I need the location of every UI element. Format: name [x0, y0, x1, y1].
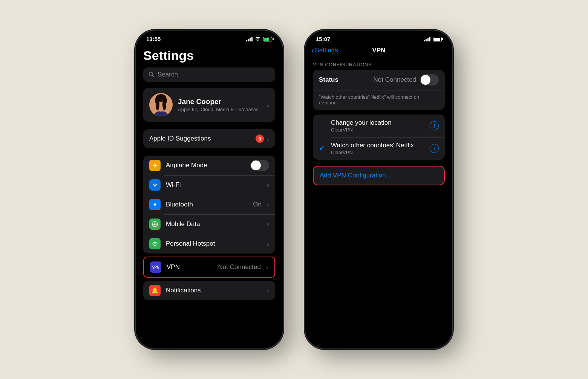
info-button-2[interactable]: i [430, 144, 439, 153]
checkmark-icon: ✓ [319, 144, 326, 153]
apple-id-suggestion-row[interactable]: Apple ID Suggestions 3 › [143, 129, 275, 148]
settings-screen: Settings Search [136, 44, 283, 348]
vpn-row[interactable]: VPN VPN Not Connected › [143, 257, 275, 278]
notifications-chevron-icon: › [267, 287, 269, 295]
profile-info: Jane Cooper Apple ID, iCloud, Media & Pu… [178, 98, 262, 112]
battery-fill-2 [433, 38, 440, 41]
bluetooth-icon: ♥ [149, 199, 161, 210]
signal-icon [246, 37, 253, 41]
battery-icon: ⚡ [263, 37, 272, 41]
dynamic-island-2 [356, 34, 401, 47]
mobile-data-row[interactable]: Mobile Data › [143, 214, 275, 234]
mobile-data-label: Mobile Data [166, 220, 262, 228]
time-display-1: 13:55 [146, 36, 161, 42]
hotspot-chevron-icon: › [267, 240, 269, 248]
vpn-status-card: Status Not Connected "Watch other countr… [313, 70, 445, 110]
wifi-icon [255, 36, 261, 42]
battery-bolt: ⚡ [266, 37, 270, 41]
back-label: Settings [315, 47, 338, 54]
info-icon-2: i [433, 146, 435, 151]
status-icons-1: ⚡ [246, 36, 272, 42]
wifi-chevron-icon: › [267, 181, 269, 189]
network-settings-group: ✈ Airplane Mode Wi-Fi › ♥ Bluetooth On › [143, 156, 275, 254]
back-chevron-icon: ‹ [311, 46, 314, 55]
vpn-page-title: VPN [372, 47, 386, 54]
phone-1: 13:55 ⚡ Settings [136, 31, 283, 348]
wifi-row[interactable]: Wi-Fi › [143, 175, 275, 195]
notifications-label: Notifications [166, 287, 262, 294]
toggle-knob [421, 75, 430, 85]
back-button[interactable]: ‹ Settings [311, 46, 338, 55]
vpn-screen: ‹ Settings VPN VPN CONFIGURATIONS Status… [305, 44, 452, 348]
vpn-status-toggle[interactable] [420, 74, 439, 86]
airplane-label: Airplane Mode [166, 162, 245, 169]
bluetooth-row[interactable]: ♥ Bluetooth On › [143, 195, 275, 214]
vpn-config-row-2[interactable]: ✓ Watch other countries' Netflix ClearVP… [313, 137, 445, 160]
svg-point-12 [154, 245, 156, 246]
airplane-mode-row[interactable]: ✈ Airplane Mode [143, 156, 275, 175]
avatar [149, 93, 173, 116]
suggestion-right: 3 › [256, 134, 269, 143]
vpn-config-provider-2: ClearVPN [331, 150, 425, 155]
vpn-value: Not Connected [218, 263, 261, 271]
profile-name: Jane Cooper [178, 98, 262, 106]
dynamic-island [187, 34, 232, 47]
mobile-data-icon [149, 219, 161, 230]
vpn-config-list: Change your location ClearVPN i ✓ Watch … [313, 115, 445, 160]
signal-icon-2 [424, 37, 430, 41]
bluetooth-chevron-icon: › [267, 201, 269, 209]
status-icons-2 [424, 37, 442, 41]
vpn-config-provider-1: ClearVPN [331, 127, 425, 133]
vpn-status-value: Not Connected [374, 76, 416, 84]
settings-title: Settings [136, 44, 283, 67]
vpn-status-row[interactable]: Status Not Connected [313, 70, 445, 90]
battery-icon-2 [433, 37, 442, 41]
profile-subtitle: Apple ID, iCloud, Media & Purchases [178, 107, 262, 112]
hotspot-label: Personal Hotspot [166, 240, 262, 248]
svg-point-11 [154, 223, 156, 225]
phone-2: 15:07 ‹ Settings VPN VPN CONFIGURATIONS [305, 31, 452, 348]
vpn-note: "Watch other countries' Netflix" will co… [313, 90, 445, 110]
mobile-data-chevron-icon: › [267, 220, 269, 228]
svg-rect-9 [159, 108, 163, 112]
vpn-config-row-1[interactable]: Change your location ClearVPN i [313, 115, 445, 137]
bluetooth-value: On [253, 201, 262, 208]
airplane-icon: ✈ [149, 160, 161, 171]
profile-card[interactable]: Jane Cooper Apple ID, iCloud, Media & Pu… [143, 88, 275, 122]
svg-point-7 [156, 94, 166, 102]
svg-line-1 [153, 76, 154, 77]
search-placeholder: Search [158, 71, 178, 78]
profile-chevron-icon: › [267, 101, 269, 109]
hotspot-icon [149, 238, 161, 249]
vpn-icon: VPN [150, 261, 161, 273]
suggestion-badge: 3 [256, 134, 264, 143]
wifi-label: Wi-Fi [166, 181, 262, 189]
suggestion-chevron-icon: › [267, 135, 269, 143]
notifications-icon: 🔔 [149, 285, 161, 296]
vpn-chevron-icon: › [266, 263, 268, 271]
notifications-group: 🔔 Notifications › [143, 281, 275, 300]
info-button-1[interactable]: i [430, 121, 439, 130]
vpn-config-name-1: Change your location [331, 119, 425, 127]
add-vpn-label: Add VPN Configuration... [320, 172, 391, 179]
wifi-row-icon [149, 179, 161, 191]
info-icon-1: i [433, 123, 435, 129]
vpn-label: VPN [167, 263, 213, 271]
vpn-config-info-2: Watch other countries' Netflix ClearVPN [331, 142, 425, 155]
vpn-config-name-2: Watch other countries' Netflix [331, 142, 425, 149]
search-icon [149, 72, 155, 78]
search-bar[interactable]: Search [143, 67, 275, 82]
airplane-toggle[interactable] [250, 160, 269, 171]
vpn-status-label: Status [319, 76, 338, 84]
vpn-section-header: VPN CONFIGURATIONS [305, 56, 452, 70]
suggestion-label: Apple ID Suggestions [149, 135, 211, 142]
vpn-config-info-1: Change your location ClearVPN [331, 119, 425, 133]
time-display-2: 15:07 [316, 36, 330, 42]
notifications-row[interactable]: 🔔 Notifications › [143, 281, 275, 300]
hotspot-row[interactable]: Personal Hotspot › [143, 234, 275, 254]
vpn-status-right: Not Connected [374, 74, 439, 86]
bluetooth-label: Bluetooth [166, 201, 248, 208]
add-vpn-button[interactable]: Add VPN Configuration... [313, 166, 445, 185]
